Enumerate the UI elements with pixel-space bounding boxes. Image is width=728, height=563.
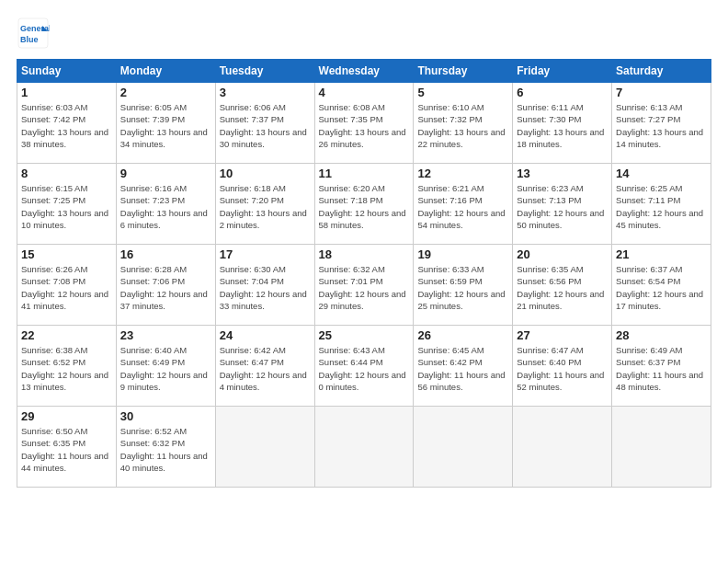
calendar-cell: 8 Sunrise: 6:15 AMSunset: 7:25 PMDayligh… [17, 164, 117, 245]
calendar-cell [414, 407, 513, 488]
day-number: 13 [517, 167, 608, 180]
day-info: Sunrise: 6:35 AMSunset: 6:56 PMDaylight:… [517, 263, 608, 312]
page: General Blue Sunday Monday Tuesday Wedne… [0, 0, 728, 497]
calendar-cell: 22 Sunrise: 6:38 AMSunset: 6:52 PMDaylig… [17, 326, 117, 407]
col-saturday: Saturday [612, 60, 711, 83]
day-info: Sunrise: 6:26 AMSunset: 7:08 PMDaylight:… [21, 263, 112, 312]
calendar-cell: 25 Sunrise: 6:43 AMSunset: 6:44 PMDaylig… [314, 326, 414, 407]
day-info: Sunrise: 6:23 AMSunset: 7:13 PMDaylight:… [517, 182, 608, 231]
calendar-cell: 10 Sunrise: 6:18 AMSunset: 7:20 PMDaylig… [215, 164, 314, 245]
day-info: Sunrise: 6:49 AMSunset: 6:37 PMDaylight:… [616, 344, 707, 393]
day-number: 9 [120, 167, 211, 180]
day-info: Sunrise: 6:10 AMSunset: 7:32 PMDaylight:… [417, 101, 508, 150]
col-thursday: Thursday [414, 60, 513, 83]
svg-text:Blue: Blue [20, 35, 39, 44]
calendar-week-row: 15 Sunrise: 6:26 AMSunset: 7:08 PMDaylig… [17, 245, 711, 326]
calendar-cell: 26 Sunrise: 6:45 AMSunset: 6:42 PMDaylig… [414, 326, 513, 407]
col-sunday: Sunday [17, 60, 117, 83]
day-number: 11 [319, 167, 410, 180]
day-info: Sunrise: 6:25 AMSunset: 7:11 PMDaylight:… [616, 182, 707, 231]
calendar-cell [513, 407, 612, 488]
col-tuesday: Tuesday [215, 60, 314, 83]
col-friday: Friday [513, 60, 612, 83]
day-info: Sunrise: 6:18 AMSunset: 7:20 PMDaylight:… [220, 182, 311, 231]
day-number: 2 [120, 86, 211, 99]
calendar-cell: 28 Sunrise: 6:49 AMSunset: 6:37 PMDaylig… [612, 326, 711, 407]
day-number: 15 [21, 247, 112, 261]
header: General Blue [17, 17, 711, 50]
day-info: Sunrise: 6:28 AMSunset: 7:06 PMDaylight:… [120, 263, 211, 312]
calendar-week-row: 8 Sunrise: 6:15 AMSunset: 7:25 PMDayligh… [17, 164, 711, 245]
day-info: Sunrise: 6:38 AMSunset: 6:52 PMDaylight:… [21, 344, 112, 393]
day-number: 24 [220, 328, 311, 342]
day-number: 22 [21, 328, 112, 342]
day-info: Sunrise: 6:50 AMSunset: 6:35 PMDaylight:… [21, 425, 112, 474]
day-info: Sunrise: 6:33 AMSunset: 6:59 PMDaylight:… [417, 263, 508, 312]
day-info: Sunrise: 6:15 AMSunset: 7:25 PMDaylight:… [21, 182, 112, 231]
calendar-cell: 14 Sunrise: 6:25 AMSunset: 7:11 PMDaylig… [612, 164, 711, 245]
calendar-cell: 24 Sunrise: 6:42 AMSunset: 6:47 PMDaylig… [215, 326, 314, 407]
day-info: Sunrise: 6:52 AMSunset: 6:32 PMDaylight:… [120, 425, 211, 474]
col-wednesday: Wednesday [314, 60, 414, 83]
calendar-week-row: 1 Sunrise: 6:03 AMSunset: 7:42 PMDayligh… [17, 83, 711, 164]
day-number: 28 [616, 328, 707, 342]
day-number: 5 [417, 86, 508, 99]
calendar-week-row: 22 Sunrise: 6:38 AMSunset: 6:52 PMDaylig… [17, 326, 711, 407]
day-info: Sunrise: 6:47 AMSunset: 6:40 PMDaylight:… [517, 344, 608, 393]
day-number: 12 [417, 167, 508, 180]
day-info: Sunrise: 6:08 AMSunset: 7:35 PMDaylight:… [319, 101, 410, 150]
day-number: 29 [21, 409, 112, 423]
day-number: 27 [517, 328, 608, 342]
day-number: 18 [319, 247, 410, 261]
calendar-cell: 7 Sunrise: 6:13 AMSunset: 7:27 PMDayligh… [612, 83, 711, 164]
day-info: Sunrise: 6:43 AMSunset: 6:44 PMDaylight:… [319, 344, 410, 393]
day-info: Sunrise: 6:45 AMSunset: 6:42 PMDaylight:… [417, 344, 508, 393]
day-number: 25 [319, 328, 410, 342]
logo: General Blue [17, 17, 50, 50]
svg-text:General: General [20, 24, 50, 33]
day-info: Sunrise: 6:03 AMSunset: 7:42 PMDaylight:… [21, 101, 112, 150]
calendar-cell: 5 Sunrise: 6:10 AMSunset: 7:32 PMDayligh… [414, 83, 513, 164]
calendar-cell: 11 Sunrise: 6:20 AMSunset: 7:18 PMDaylig… [314, 164, 414, 245]
calendar-cell: 15 Sunrise: 6:26 AMSunset: 7:08 PMDaylig… [17, 245, 117, 326]
calendar-cell: 29 Sunrise: 6:50 AMSunset: 6:35 PMDaylig… [17, 407, 117, 488]
calendar-cell [612, 407, 711, 488]
day-info: Sunrise: 6:05 AMSunset: 7:39 PMDaylight:… [120, 101, 211, 150]
day-number: 6 [517, 86, 608, 99]
calendar-cell: 6 Sunrise: 6:11 AMSunset: 7:30 PMDayligh… [513, 83, 612, 164]
day-info: Sunrise: 6:06 AMSunset: 7:37 PMDaylight:… [220, 101, 311, 150]
day-number: 17 [220, 247, 311, 261]
calendar-cell: 19 Sunrise: 6:33 AMSunset: 6:59 PMDaylig… [414, 245, 513, 326]
day-info: Sunrise: 6:42 AMSunset: 6:47 PMDaylight:… [220, 344, 311, 393]
calendar: Sunday Monday Tuesday Wednesday Thursday… [17, 59, 711, 488]
day-number: 8 [21, 167, 112, 180]
day-number: 10 [220, 167, 311, 180]
calendar-cell [215, 407, 314, 488]
calendar-week-row: 29 Sunrise: 6:50 AMSunset: 6:35 PMDaylig… [17, 407, 711, 488]
calendar-cell: 20 Sunrise: 6:35 AMSunset: 6:56 PMDaylig… [513, 245, 612, 326]
calendar-cell: 3 Sunrise: 6:06 AMSunset: 7:37 PMDayligh… [215, 83, 314, 164]
day-number: 26 [417, 328, 508, 342]
calendar-cell: 30 Sunrise: 6:52 AMSunset: 6:32 PMDaylig… [116, 407, 215, 488]
logo-svg: General Blue [17, 17, 50, 50]
calendar-cell: 2 Sunrise: 6:05 AMSunset: 7:39 PMDayligh… [116, 83, 215, 164]
day-number: 16 [120, 247, 211, 261]
calendar-cell: 18 Sunrise: 6:32 AMSunset: 7:01 PMDaylig… [314, 245, 414, 326]
day-number: 4 [319, 86, 410, 99]
col-monday: Monday [116, 60, 215, 83]
day-info: Sunrise: 6:20 AMSunset: 7:18 PMDaylight:… [319, 182, 410, 231]
day-number: 7 [616, 86, 707, 99]
calendar-cell: 23 Sunrise: 6:40 AMSunset: 6:49 PMDaylig… [116, 326, 215, 407]
calendar-cell: 16 Sunrise: 6:28 AMSunset: 7:06 PMDaylig… [116, 245, 215, 326]
calendar-cell: 17 Sunrise: 6:30 AMSunset: 7:04 PMDaylig… [215, 245, 314, 326]
day-info: Sunrise: 6:30 AMSunset: 7:04 PMDaylight:… [220, 263, 311, 312]
day-number: 30 [120, 409, 211, 423]
calendar-cell: 1 Sunrise: 6:03 AMSunset: 7:42 PMDayligh… [17, 83, 117, 164]
day-info: Sunrise: 6:21 AMSunset: 7:16 PMDaylight:… [417, 182, 508, 231]
calendar-cell: 13 Sunrise: 6:23 AMSunset: 7:13 PMDaylig… [513, 164, 612, 245]
day-info: Sunrise: 6:32 AMSunset: 7:01 PMDaylight:… [319, 263, 410, 312]
calendar-cell: 9 Sunrise: 6:16 AMSunset: 7:23 PMDayligh… [116, 164, 215, 245]
day-number: 19 [417, 247, 508, 261]
day-number: 14 [616, 167, 707, 180]
calendar-cell: 27 Sunrise: 6:47 AMSunset: 6:40 PMDaylig… [513, 326, 612, 407]
